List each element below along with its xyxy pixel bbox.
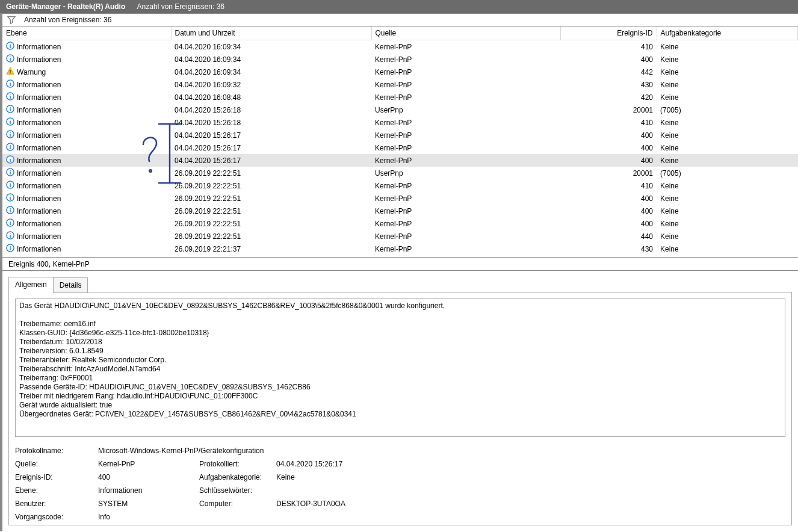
table-row[interactable]: iInformationen26.09.2019 22:22:51Kernel-…: [2, 205, 798, 217]
info-icon: i: [6, 105, 14, 115]
cell-date: 04.04.2020 16:09:32: [171, 78, 371, 91]
cell-date: 26.09.2019 22:22:51: [171, 192, 371, 205]
cell-category: Keine: [657, 154, 798, 167]
cell-category: Keine: [657, 116, 798, 129]
svg-text:i: i: [10, 245, 11, 252]
cell-date: 04.04.2020 15:26:18: [171, 116, 371, 129]
col-header-level[interactable]: Ebene: [2, 26, 171, 40]
cell-eventid: 400: [560, 53, 657, 66]
cell-source: Kernel-PnP: [371, 116, 560, 129]
table-row[interactable]: iInformationen26.09.2019 22:22:51Kernel-…: [2, 217, 798, 230]
meta-logname-value: Microsoft-Windows-Kernel-PnP/Gerätekonfi…: [98, 447, 457, 455]
cell-level: Informationen: [17, 194, 61, 203]
event-description[interactable]: Das Gerät HDAUDIO\FUNC_01&VEN_10EC&DEV_0…: [15, 298, 785, 437]
info-icon: i: [6, 168, 14, 178]
col-header-eventid[interactable]: Ereignis-ID: [560, 26, 657, 40]
table-row[interactable]: iInformationen26.09.2019 22:22:51Kernel-…: [2, 230, 798, 243]
tab-details[interactable]: Details: [53, 277, 88, 293]
info-icon: i: [6, 244, 14, 254]
detail-title: Ereignis 400, Kernel-PnP: [0, 258, 798, 271]
table-row[interactable]: !Warnung04.04.2020 16:09:34Kernel-PnP442…: [2, 66, 798, 78]
cell-source: Kernel-PnP: [371, 243, 560, 255]
cell-level: Warnung: [17, 68, 46, 76]
meta-logname-label: Protokollname:: [15, 447, 93, 455]
event-grid-wrap[interactable]: Ebene Datum und Uhrzeit Quelle Ereignis-…: [0, 26, 798, 258]
info-icon: i: [6, 218, 14, 229]
svg-text:i: i: [10, 169, 11, 176]
meta-category-label: Aufgabenkategorie:: [199, 473, 271, 481]
cell-source: Kernel-PnP: [371, 129, 560, 141]
cell-category: Keine: [657, 129, 798, 141]
cell-eventid: 410: [560, 116, 657, 129]
cell-date: 04.04.2020 16:09:34: [171, 40, 371, 54]
meta-opcode-value: Info: [98, 513, 194, 521]
table-row[interactable]: iInformationen26.09.2019 22:21:37Kernel-…: [2, 243, 798, 255]
cell-level: Informationen: [17, 119, 61, 127]
meta-level-value: Informationen: [98, 486, 194, 495]
table-row[interactable]: iInformationen04.04.2020 15:26:17Kernel-…: [2, 154, 798, 167]
cell-date: 04.04.2020 16:08:48: [171, 91, 371, 104]
table-row[interactable]: iInformationen04.04.2020 16:09:34Kernel-…: [2, 53, 798, 66]
table-row[interactable]: iInformationen26.09.2019 22:22:51Kernel-…: [2, 192, 798, 205]
cell-source: Kernel-PnP: [371, 179, 560, 192]
svg-text:i: i: [10, 156, 11, 163]
svg-text:i: i: [10, 55, 11, 62]
warning-icon: !: [6, 67, 14, 77]
svg-text:i: i: [10, 182, 11, 188]
cell-source: Kernel-PnP: [371, 205, 560, 217]
meta-source-label: Quelle:: [15, 460, 93, 468]
info-icon: i: [6, 206, 14, 216]
table-row[interactable]: iInformationen04.04.2020 16:09:34Kernel-…: [2, 40, 798, 54]
col-header-source[interactable]: Quelle: [371, 26, 560, 40]
cell-category: Keine: [657, 141, 798, 154]
cell-category: Keine: [657, 78, 798, 91]
cell-date: 04.04.2020 15:26:17: [171, 154, 371, 167]
cell-level: Informationen: [17, 232, 61, 241]
table-row[interactable]: iInformationen26.09.2019 22:22:51UserPnp…: [2, 167, 798, 179]
table-row[interactable]: iInformationen04.04.2020 15:26:18Kernel-…: [2, 116, 798, 129]
cell-source: Kernel-PnP: [371, 192, 560, 205]
cell-source: Kernel-PnP: [371, 141, 560, 154]
tab-general-body: Das Gerät HDAUDIO\FUNC_01&VEN_10EC&DEV_0…: [8, 292, 792, 525]
svg-text:i: i: [10, 144, 11, 150]
event-grid[interactable]: Ebene Datum und Uhrzeit Quelle Ereignis-…: [2, 26, 798, 255]
cell-eventid: 400: [560, 154, 657, 167]
table-row[interactable]: iInformationen04.04.2020 15:26:18UserPnp…: [2, 104, 798, 116]
info-icon: i: [6, 231, 14, 241]
table-row[interactable]: iInformationen04.04.2020 16:09:32Kernel-…: [2, 78, 798, 91]
cell-eventid: 420: [560, 91, 657, 104]
meta-user-value: SYSTEM: [98, 500, 194, 508]
cell-level: Informationen: [17, 156, 61, 165]
meta-keywords-label: Schlüsselwörter:: [199, 486, 271, 495]
cell-eventid: 430: [560, 78, 657, 91]
meta-logged-value: 04.04.2020 15:26:17: [276, 460, 457, 468]
cell-eventid: 400: [560, 141, 657, 154]
meta-user-label: Benutzer:: [15, 500, 93, 508]
tab-general[interactable]: Allgemein: [8, 277, 54, 292]
cell-source: Kernel-PnP: [371, 91, 560, 104]
col-header-date[interactable]: Datum und Uhrzeit: [171, 26, 371, 40]
meta-keywords-value: [276, 486, 457, 495]
svg-text:i: i: [10, 194, 11, 201]
info-icon: i: [6, 155, 14, 165]
filter-icon[interactable]: [7, 16, 16, 24]
cell-category: Keine: [657, 230, 798, 243]
info-icon: i: [6, 54, 14, 64]
svg-text:i: i: [10, 93, 11, 100]
table-row[interactable]: iInformationen26.09.2019 22:22:51Kernel-…: [2, 179, 798, 192]
info-icon: i: [6, 117, 14, 128]
detail-tabs-region: Allgemein Details Das Gerät HDAUDIO\FUNC…: [0, 271, 798, 531]
cell-category: Keine: [657, 192, 798, 205]
svg-text:i: i: [10, 220, 11, 226]
info-icon: i: [6, 181, 14, 191]
table-row[interactable]: iInformationen04.04.2020 16:08:48Kernel-…: [2, 91, 798, 104]
table-row[interactable]: iInformationen04.04.2020 15:26:17Kernel-…: [2, 141, 798, 154]
cell-date: 04.04.2020 16:09:34: [171, 66, 371, 78]
cell-source: Kernel-PnP: [371, 230, 560, 243]
grid-header-row[interactable]: Ebene Datum und Uhrzeit Quelle Ereignis-…: [2, 26, 798, 40]
meta-computer-value: DESKTOP-3UTA0OA: [276, 500, 457, 508]
col-header-category[interactable]: Aufgabenkategorie: [657, 26, 798, 40]
table-row[interactable]: iInformationen04.04.2020 15:26:17Kernel-…: [2, 129, 798, 141]
info-icon: i: [6, 130, 14, 140]
cell-date: 26.09.2019 22:22:51: [171, 230, 371, 243]
